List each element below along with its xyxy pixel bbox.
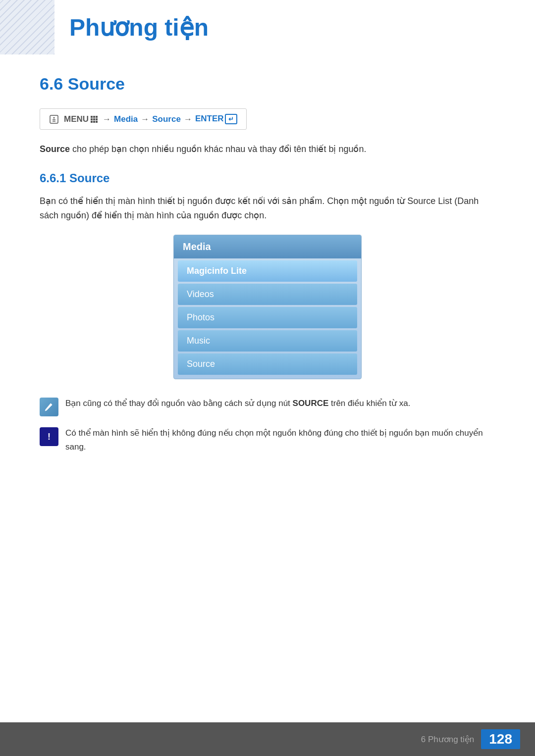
media-item-music[interactable]: Music: [178, 330, 357, 352]
section-title: 6.6 Source: [40, 74, 495, 94]
footer-chapter-label: 6 Phương tiện: [421, 734, 475, 745]
nav-arrow-3: →: [184, 114, 192, 124]
grid-icon: [91, 116, 98, 123]
media-panel: Media Magicinfo Lite Videos Photos Music…: [173, 235, 362, 379]
remote-icon: [49, 114, 61, 124]
nav-enter: ENTER↵: [195, 114, 237, 124]
media-panel-header: Media: [174, 235, 361, 258]
nav-arrow-2: →: [141, 114, 149, 124]
enter-key-icon: ↵: [225, 114, 237, 124]
media-item-videos[interactable]: Videos: [178, 284, 357, 305]
nav-arrow-1: →: [103, 114, 111, 124]
subsection-description: Bạn có thể hiển thị màn hình thiết bị ng…: [40, 194, 495, 223]
notes-section: Bạn cũng có thể thay đổi nguồn vào bằng …: [40, 397, 495, 453]
pencil-icon: [40, 398, 58, 416]
header-background-pattern: [0, 0, 54, 54]
media-item-photos[interactable]: Photos: [178, 307, 357, 328]
svg-rect-3: [53, 121, 55, 122]
note-pencil-text: Bạn cũng có thể thay đổi nguồn vào bằng …: [65, 397, 495, 410]
note-pencil: Bạn cũng có thể thay đổi nguồn vào bằng …: [40, 397, 495, 416]
source-bold-text: Source: [40, 144, 70, 154]
note-exclamation-text: Có thể màn hình sẽ hiển thị không đúng n…: [65, 426, 495, 453]
chapter-title: Phương tiện: [69, 13, 209, 41]
navigation-breadcrumb: MENU → Media → Source → ENTER↵: [40, 108, 247, 130]
chapter-header: 6 Phương tiện: [0, 0, 535, 54]
source-bold: SOURCE: [293, 399, 329, 408]
nav-source: Source: [152, 114, 181, 124]
svg-rect-2: [53, 119, 55, 120]
section-description: Source cho phép bạn chọn nhiều nguồn khá…: [40, 142, 495, 156]
media-item-source[interactable]: Source: [178, 353, 357, 375]
media-panel-wrapper: Media Magicinfo Lite Videos Photos Music…: [40, 235, 495, 379]
svg-text:!: !: [48, 432, 51, 442]
main-content: 6.6 Source MENU → Media → Source → ENTER…: [0, 74, 535, 454]
menu-label: MENU: [64, 114, 89, 124]
svg-point-1: [54, 117, 55, 118]
note-exclamation: ! Có thể màn hình sẽ hiển thị không đúng…: [40, 426, 495, 453]
subsection-title: 6.6.1 Source: [40, 171, 495, 185]
footer-page-number: 128: [481, 729, 520, 749]
page-footer: 6 Phương tiện 128: [0, 722, 535, 756]
nav-media: Media: [114, 114, 138, 124]
media-item-magicinfo[interactable]: Magicinfo Lite: [178, 260, 357, 282]
exclamation-icon: !: [40, 427, 58, 446]
